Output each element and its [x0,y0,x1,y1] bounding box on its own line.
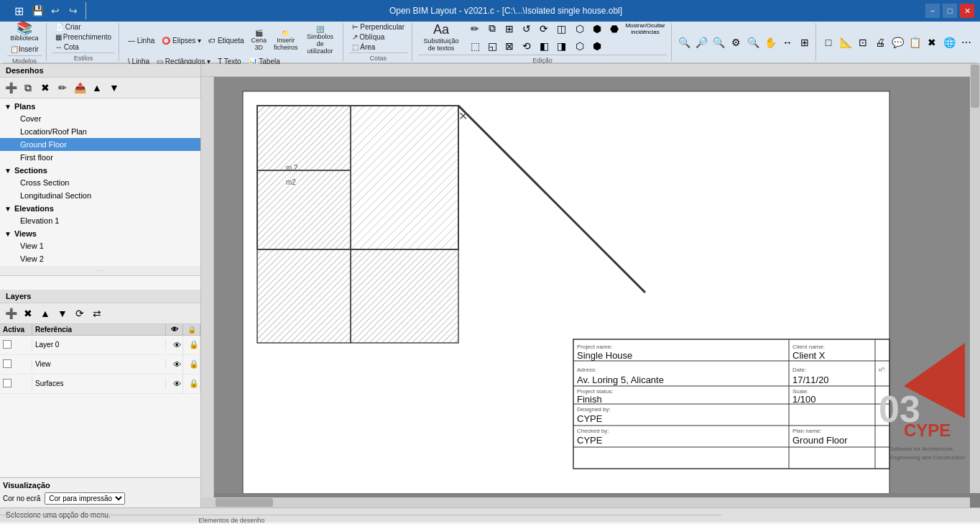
layer-btn6[interactable]: ⇄ [89,305,105,321]
desenhos-copy-btn[interactable]: ⧉ [20,80,36,96]
toolbar-group-edicao: Aa Substituiçãode textos ✏ ⧉ ⊞ ↺ ⟳ ◫ ⬚ [414,23,672,61]
area-btn[interactable]: ⬚ Área [349,42,407,52]
tree-item-cross-section[interactable]: Cross Section [0,176,200,189]
view-btn7[interactable]: ✖ [924,35,940,50]
tree-item-ground-floor[interactable]: Ground Floor [0,138,200,151]
edit-btn7[interactable]: ⬚ [467,38,483,54]
linha1-btn[interactable]: — Linha [125,36,157,45]
3d-btn3[interactable]: ⬣ [606,21,622,37]
cena3d-btn[interactable]: 🎬Cena3D [249,28,270,52]
3d-btn2[interactable]: ⬢ [589,21,605,37]
elipses-btn[interactable]: ⭕ Elipses ▾ [159,36,204,45]
layersurfaces-eye-btn[interactable]: 👁 [169,376,185,392]
menu-btn[interactable]: ⋯ [958,35,974,50]
layersurfaces-checkbox[interactable] [3,379,11,387]
view-btn2[interactable]: 📐 [838,35,854,50]
mostrar-ocultar-btn[interactable]: Mostrar/Ocultarincidências [624,21,667,37]
globe-btn[interactable]: 🌐 [941,35,957,50]
desenhos-export-btn[interactable]: 📤 [72,80,88,96]
3d-btn4[interactable]: ⬡ [572,38,588,54]
horizontal-scrollbar[interactable] [201,497,970,507]
vertical-scrollbar[interactable] [970,64,980,493]
inserir-ficheiros-btn[interactable]: 📁Inserirficheiros [271,28,301,52]
tree-item-elevation1[interactable]: Elevation 1 [0,214,200,227]
view-btn5[interactable]: 💬 [889,35,905,50]
layersurfaces-lock-btn[interactable]: 🔒 [186,376,200,392]
edit-btn8[interactable]: ◱ [484,38,500,54]
obliqua-btn[interactable]: ↗ Oblíqua [349,32,407,42]
desenhos-add-btn[interactable]: ➕ [3,80,19,96]
nav-btn6[interactable]: ✋ [762,35,778,50]
nav-btn8[interactable]: ⊞ [797,35,813,50]
cor-ecra-select[interactable]: Cor para impressão [45,492,125,505]
perpendicular-btn[interactable]: ⊢ Perpendicular [349,22,407,32]
elevations-group-header[interactable]: ▼ Elevations [0,203,200,214]
simbolos-btn[interactable]: 🔣Simbolosde utilizador [302,24,338,56]
nav-btn3[interactable]: 🔍 [711,35,726,50]
layer-up-btn[interactable]: ▲ [37,305,53,321]
3d-btn5[interactable]: ⬢ [589,38,605,54]
layer0-checkbox[interactable] [3,340,11,349]
criar-btn[interactable]: 📄 Criar [52,22,114,32]
layer-down-btn[interactable]: ▼ [55,305,70,321]
cota-btn[interactable]: ↔ Cota [52,42,114,52]
layer-add-btn[interactable]: ➕ [3,305,19,321]
tree-item-cover[interactable]: Cover [0,112,200,125]
layerview-lock-btn[interactable]: 🔒 [186,357,200,372]
biblioteca-btn[interactable]: 📚 Biblioteca [7,20,42,43]
tree-item-first-floor[interactable]: First floor [0,151,200,164]
undo-btn[interactable]: ↩ [47,3,63,19]
layer-btn5[interactable]: ⟳ [72,305,88,321]
views-group-header[interactable]: ▼ Views [0,228,200,239]
view-btn3[interactable]: ⊡ [855,35,871,50]
view-btn4[interactable]: 🖨 [872,35,888,50]
nav-btn5[interactable]: 🔍 [745,35,761,50]
nav-btn4[interactable]: ⚙ [728,35,744,50]
edit-btn12[interactable]: ◨ [553,38,569,54]
preenchimento-btn[interactable]: ▦ Preenchimento [52,32,114,42]
redo-btn[interactable]: ↪ [65,3,81,19]
edit-btn5[interactable]: ⟳ [536,21,552,37]
view-btn1[interactable]: □ [820,35,836,50]
save-btn[interactable]: 💾 [29,3,45,19]
desenhos-up-btn[interactable]: ▲ [89,80,105,96]
close-btn[interactable]: ✕ [960,4,974,18]
edit-btn10[interactable]: ⟲ [519,38,535,54]
maximize-btn[interactable]: □ [943,4,957,18]
etiqueta-btn[interactable]: 🏷 Etiqueta [205,36,246,45]
edit-btn1[interactable]: ✏ [467,21,483,37]
layerview-eye-btn[interactable]: 👁 [169,357,185,372]
layer-del-btn[interactable]: ✖ [20,305,36,321]
3d-btn1[interactable]: ⬡ [572,21,588,37]
nav-btn2[interactable]: 🔎 [693,35,709,50]
substituicao-textos-btn[interactable]: Aa Substituiçãode textos [418,21,464,53]
nav-btn7[interactable]: ↔ [780,35,795,50]
minimize-btn[interactable]: − [925,4,940,18]
tree-item-view2[interactable]: View 2 [0,252,200,265]
hscroll-thumb[interactable] [216,498,273,507]
inserir-btn[interactable]: 📋 Inserir [7,44,42,55]
col-eye-header: 👁 [166,324,183,335]
canvas-area[interactable]: m 2 m2 ✕ [201,64,980,507]
edit-btn3[interactable]: ⊞ [501,21,517,37]
edit-btn11[interactable]: ◧ [536,38,552,54]
plans-group-header[interactable]: ▼ Plans [0,101,200,112]
edit-btn2[interactable]: ⧉ [484,21,500,37]
desenhos-del-btn[interactable]: ✖ [37,80,53,96]
edit-btn4[interactable]: ↺ [519,21,535,37]
view-btn6[interactable]: 📋 [907,35,923,50]
layerview-checkbox[interactable] [3,359,11,368]
vscroll-thumb[interactable] [971,65,979,108]
desenhos-down-btn[interactable]: ▼ [106,80,122,96]
layer0-lock-btn[interactable]: 🔒 [186,337,200,353]
nav-btn1[interactable]: 🔍 [676,35,692,50]
sections-group-header[interactable]: ▼ Sections [0,165,200,176]
drawing-area[interactable]: m 2 m2 ✕ [214,77,980,493]
edit-btn9[interactable]: ⊠ [501,38,517,54]
layer0-eye-btn[interactable]: 👁 [169,337,185,353]
tree-item-long-section[interactable]: Longitudinal Section [0,189,200,202]
tree-item-view1[interactable]: View 1 [0,239,200,252]
desenhos-edit-btn[interactable]: ✏ [55,80,70,96]
edit-btn6[interactable]: ◫ [553,21,569,37]
tree-item-location[interactable]: Location/Roof Plan [0,125,200,138]
